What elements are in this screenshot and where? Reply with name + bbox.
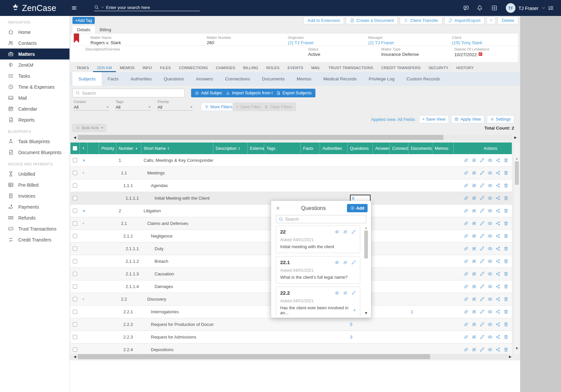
share-icon[interactable] bbox=[496, 335, 501, 340]
row-checkbox[interactable] bbox=[73, 322, 77, 327]
scroll-left-icon[interactable]: ◀ bbox=[72, 135, 77, 140]
unlink-icon[interactable] bbox=[472, 297, 477, 302]
view-icon[interactable] bbox=[335, 230, 339, 234]
share-icon[interactable] bbox=[496, 297, 501, 302]
edit-icon[interactable] bbox=[480, 208, 485, 213]
tab-tasks[interactable]: TASKS bbox=[72, 63, 93, 72]
unlink-icon[interactable] bbox=[472, 208, 477, 213]
view-icon[interactable] bbox=[488, 309, 493, 314]
row-checkbox[interactable] bbox=[73, 259, 77, 263]
import-export-button[interactable]: Import/Export bbox=[444, 17, 485, 24]
link-icon[interactable] bbox=[464, 170, 469, 175]
row-checkbox[interactable] bbox=[73, 272, 77, 276]
tab-billing[interactable]: Billing bbox=[95, 26, 116, 34]
scrollbar-thumb[interactable] bbox=[78, 354, 430, 359]
questions-count-link[interactable]: 3 bbox=[350, 335, 352, 340]
sidebar-item-trust-transactions[interactable]: Trust Transactions bbox=[0, 223, 69, 234]
tab-credit-transfers[interactable]: CREDIT TRANSFERS bbox=[377, 63, 424, 72]
close-icon[interactable]: ✕ bbox=[276, 205, 280, 211]
row-checkbox[interactable] bbox=[73, 310, 77, 314]
unlink-icon[interactable] bbox=[472, 196, 477, 201]
trash-icon[interactable] bbox=[504, 170, 508, 175]
edit-icon[interactable] bbox=[480, 221, 485, 226]
link-icon[interactable] bbox=[464, 183, 469, 188]
view-icon[interactable] bbox=[488, 297, 493, 302]
share-icon[interactable] bbox=[496, 158, 501, 163]
expand-caret-icon[interactable]: ▼ bbox=[82, 209, 86, 213]
edit-icon[interactable] bbox=[480, 284, 485, 289]
link-icon[interactable] bbox=[464, 259, 469, 264]
unlink-icon[interactable] bbox=[472, 322, 477, 327]
view-icon[interactable] bbox=[488, 221, 493, 226]
bulk-action-caret-button[interactable]: ▼ bbox=[98, 124, 106, 132]
scroll-down-icon[interactable]: ▼ bbox=[364, 311, 369, 315]
sidebar-item-reports[interactable]: Reports bbox=[0, 114, 69, 125]
subtab-facts[interactable]: Facts bbox=[102, 72, 125, 86]
link-icon[interactable] bbox=[464, 284, 469, 289]
row-checkbox[interactable] bbox=[73, 196, 77, 200]
select-all-checkbox[interactable] bbox=[73, 146, 77, 150]
view-icon[interactable] bbox=[488, 335, 493, 340]
unlink-icon[interactable] bbox=[472, 259, 477, 264]
unlink-icon[interactable] bbox=[472, 221, 477, 226]
link-icon[interactable] bbox=[464, 221, 469, 226]
scroll-down-icon[interactable]: ▼ bbox=[514, 346, 519, 350]
user-menu[interactable]: TF TJ Fraser bbox=[506, 3, 546, 13]
subtab-connections[interactable]: Connections bbox=[219, 72, 256, 86]
row-checkbox[interactable] bbox=[73, 158, 77, 162]
view-icon[interactable] bbox=[488, 271, 493, 276]
trash-icon[interactable] bbox=[504, 183, 508, 188]
unlink-icon[interactable] bbox=[472, 158, 477, 163]
edit-icon[interactable] bbox=[351, 291, 356, 295]
link-icon[interactable] bbox=[464, 158, 469, 163]
tab-files[interactable]: FILES bbox=[156, 63, 175, 72]
row-checkbox[interactable] bbox=[73, 221, 77, 226]
share-icon[interactable] bbox=[496, 234, 501, 239]
tab-roles[interactable]: ROLES bbox=[262, 63, 283, 72]
edit-icon[interactable] bbox=[480, 259, 485, 264]
unlink-icon[interactable] bbox=[472, 284, 477, 289]
expand-caret-icon[interactable]: ▼ bbox=[82, 172, 85, 174]
tab-trust-transactions[interactable]: TRUST TRANSACTIONS bbox=[324, 63, 377, 72]
documents-count-link[interactable]: 1 bbox=[411, 309, 413, 314]
unlink-icon[interactable] bbox=[472, 347, 477, 352]
questions-count-link[interactable]: 5 bbox=[350, 322, 352, 327]
row-checkbox[interactable] bbox=[73, 335, 77, 339]
add-to-extension-button[interactable]: Add to Extension bbox=[303, 17, 344, 24]
more-matter-actions-button[interactable]: ▽ bbox=[487, 17, 496, 24]
tab-details[interactable]: Details bbox=[72, 26, 95, 34]
settings-button[interactable]: Settings bbox=[487, 115, 514, 123]
link-icon[interactable] bbox=[464, 335, 469, 340]
filter-select-creator[interactable]: CreatorAll▼ bbox=[74, 100, 109, 111]
row-checkbox[interactable] bbox=[73, 246, 77, 251]
share-icon[interactable] bbox=[496, 347, 501, 352]
create-a-document-button[interactable]: Create a Document bbox=[346, 17, 398, 24]
edit-icon[interactable] bbox=[480, 246, 485, 251]
view-icon[interactable] bbox=[335, 291, 339, 295]
right-panel-toggle-icon[interactable] bbox=[548, 5, 554, 11]
share-icon[interactable] bbox=[496, 259, 501, 264]
link-icon[interactable] bbox=[464, 234, 469, 239]
sidebar-item-task-blueprints[interactable]: Task Blueprints bbox=[0, 136, 69, 147]
view-icon[interactable] bbox=[488, 246, 493, 251]
subtab-medical-records[interactable]: Medical Records bbox=[317, 72, 363, 86]
field-value[interactable]: (2) TJ Fraser bbox=[288, 40, 314, 45]
edit-icon[interactable] bbox=[480, 297, 485, 302]
trash-icon[interactable] bbox=[504, 322, 508, 327]
tab-charges[interactable]: CHARGES bbox=[212, 63, 239, 72]
trash-icon[interactable] bbox=[504, 259, 508, 264]
row-checkbox[interactable] bbox=[73, 347, 77, 352]
sidebar-item-mail[interactable]: Mail bbox=[0, 92, 69, 103]
sidebar-item-unbilled[interactable]: Unbilled bbox=[0, 168, 69, 179]
subtab-subjects[interactable]: Subjects bbox=[72, 72, 102, 86]
sidebar-item-home[interactable]: Home bbox=[0, 27, 69, 38]
tab-billing[interactable]: BILLING bbox=[239, 63, 263, 72]
trash-icon[interactable] bbox=[504, 271, 508, 276]
column-header-description[interactable]: Description▲▼ bbox=[213, 143, 248, 154]
link-icon[interactable] bbox=[464, 271, 469, 276]
filter-select-tags[interactable]: TagsAll▼ bbox=[116, 100, 151, 111]
scroll-up-icon[interactable]: ▲ bbox=[514, 157, 519, 160]
sidebar-item-calendar[interactable]: Calendar bbox=[0, 103, 69, 114]
trash-icon[interactable] bbox=[504, 335, 508, 340]
share-icon[interactable] bbox=[496, 183, 501, 188]
